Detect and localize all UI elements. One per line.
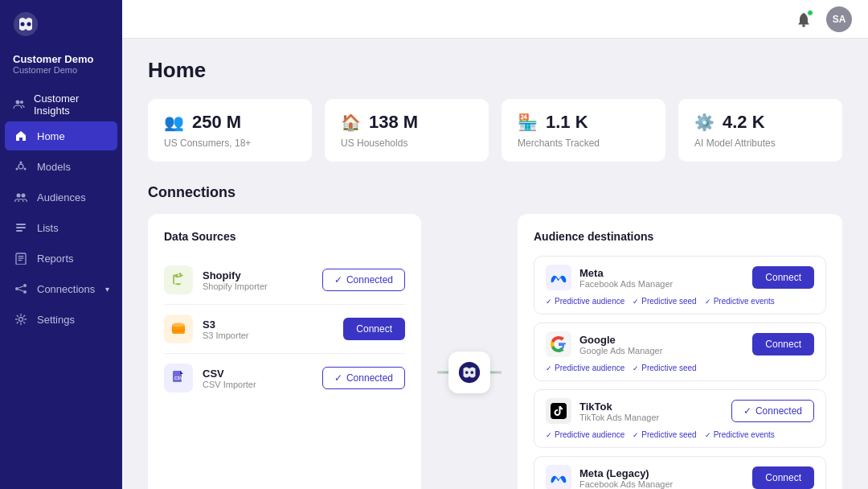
user-sub: Customer Demo	[13, 65, 109, 75]
s3-info: S3 S3 Importer	[203, 318, 343, 340]
svg-rect-16	[18, 258, 24, 259]
s3-sub: S3 Importer	[203, 331, 343, 340]
sidebar-item-label-models: Models	[37, 161, 71, 173]
merchants-icon: 🏪	[518, 113, 538, 132]
check-icon: ✓	[334, 274, 342, 286]
svg-point-3	[16, 101, 20, 105]
svg-rect-17	[18, 260, 23, 261]
chevron-down-icon: ▾	[105, 285, 109, 294]
people-icon	[11, 97, 27, 113]
sidebar-item-settings[interactable]: Settings	[5, 305, 117, 334]
google-tag-0: ✓Predictive audience	[546, 364, 624, 372]
google-sub: Google Ads Manager	[579, 346, 752, 355]
sidebar-item-connections[interactable]: Connections ▾	[5, 274, 117, 303]
svg-point-10	[22, 194, 26, 198]
google-name: Google	[579, 334, 752, 346]
settings-icon	[13, 311, 29, 327]
svg-point-2	[27, 23, 31, 27]
notification-button[interactable]	[791, 6, 817, 32]
sidebar-item-models[interactable]: Models	[5, 152, 117, 181]
sidebar-item-label-reports: Reports	[37, 253, 74, 265]
google-tag-1: ✓Predictive seed	[633, 364, 696, 372]
stat-card-ai: ⚙️ 4.2 K AI Model Attributes	[678, 99, 842, 162]
shopify-connected-button[interactable]: ✓ Connected	[322, 269, 405, 291]
shopify-sub: Shopify Importer	[203, 281, 322, 291]
tiktok-tag-2: ✓Predictive events	[705, 430, 775, 439]
stat-label-ai: AI Model Attributes	[694, 138, 826, 149]
svg-point-23	[19, 318, 23, 322]
sidebar-logo	[0, 0, 122, 48]
avatar[interactable]: SA	[826, 6, 852, 32]
sidebar-item-label-customer-insights: Customer Insights	[34, 92, 111, 117]
source-item-shopify: Shopify Shopify Importer ✓ Connected	[164, 256, 405, 305]
stat-value-households: 138 M	[369, 112, 418, 133]
meta-legacy-sub: Facebook Ads Manager	[579, 479, 752, 489]
meta-tag-1: ✓Predictive seed	[633, 297, 696, 306]
svg-point-9	[17, 194, 21, 198]
csv-info: CSV CSV Importer	[203, 368, 322, 389]
sidebar-user: Customer Demo Customer Demo	[0, 48, 122, 86]
stat-label-households: US Households	[341, 138, 473, 149]
svg-point-26	[172, 323, 185, 327]
center-connector	[437, 214, 502, 489]
svg-rect-15	[18, 256, 24, 257]
meta-legacy-info: Meta (Legacy) Facebook Ads Manager	[579, 467, 752, 489]
connections-section-title: Connections	[148, 184, 842, 201]
stat-card-households: 🏠 138 M US Households	[325, 99, 489, 162]
svg-line-22	[18, 290, 23, 291]
notification-dot	[807, 10, 813, 16]
connections-row: Data Sources Shopify Shopify Importer ✓	[148, 214, 842, 489]
sidebar-item-audiences[interactable]: Audiences	[5, 183, 117, 212]
meta-connect-button[interactable]: Connect	[752, 266, 814, 289]
tiktok-sub: TikTok Ads Manager	[579, 413, 731, 422]
google-info: Google Google Ads Manager	[579, 334, 752, 355]
meta-info: Meta Facebook Ads Manager	[579, 267, 752, 289]
svg-rect-13	[16, 230, 23, 232]
svg-point-18	[15, 287, 18, 290]
s3-connect-button[interactable]: Connect	[343, 318, 405, 340]
meta-legacy-logo	[546, 465, 571, 489]
svg-point-24	[802, 24, 805, 27]
svg-point-31	[470, 371, 473, 374]
dest-item-meta-legacy: Meta (Legacy) Facebook Ads Manager Conne…	[534, 456, 826, 489]
sidebar-item-home[interactable]: Home	[5, 121, 117, 150]
svg-rect-14	[16, 253, 26, 265]
meta-legacy-connect-button[interactable]: Connect	[752, 466, 814, 489]
home-icon	[13, 128, 29, 144]
csv-sub: CSV Importer	[203, 380, 322, 389]
lists-icon	[13, 220, 29, 236]
tiktok-connected-button[interactable]: ✓ Connected	[731, 400, 814, 422]
google-logo	[546, 331, 571, 357]
meta-logo	[546, 265, 571, 290]
svg-rect-12	[16, 227, 26, 228]
shopify-info: Shopify Shopify Importer	[203, 269, 322, 291]
meta-tags: ✓Predictive audience ✓Predictive seed ✓P…	[546, 297, 814, 306]
csv-icon: CSV	[170, 369, 187, 387]
connections-icon	[13, 281, 29, 297]
source-item-s3: S3 S3 Importer Connect	[164, 305, 405, 354]
svg-line-21	[18, 286, 23, 288]
sidebar-item-lists[interactable]: Lists	[5, 213, 117, 242]
tiktok-icon	[551, 403, 567, 419]
center-app-logo-icon	[457, 360, 481, 384]
stat-card-merchants: 🏪 1.1 K Merchants Tracked	[502, 99, 665, 162]
meta-legacy-name: Meta (Legacy)	[579, 467, 752, 479]
models-icon	[13, 158, 29, 175]
user-name: Customer Demo	[13, 53, 109, 65]
svg-point-6	[20, 162, 23, 164]
meta-tag-0: ✓Predictive audience	[546, 297, 624, 306]
svg-point-19	[23, 284, 27, 287]
csv-connected-button[interactable]: ✓ Connected	[322, 367, 405, 389]
svg-rect-32	[551, 403, 567, 419]
ai-icon: ⚙️	[694, 113, 714, 132]
meta-name: Meta	[579, 267, 752, 279]
sidebar-item-label-audiences: Audiences	[37, 191, 86, 203]
sidebar-item-customer-insights[interactable]: Customer Insights	[3, 89, 119, 120]
sidebar-item-reports[interactable]: Reports	[5, 244, 117, 273]
svg-point-8	[16, 168, 18, 171]
tiktok-logo	[546, 398, 571, 424]
google-connect-button[interactable]: Connect	[752, 333, 814, 355]
svg-point-20	[23, 290, 27, 294]
csv-logo: CSV	[164, 364, 193, 392]
meta-icon	[550, 272, 567, 283]
